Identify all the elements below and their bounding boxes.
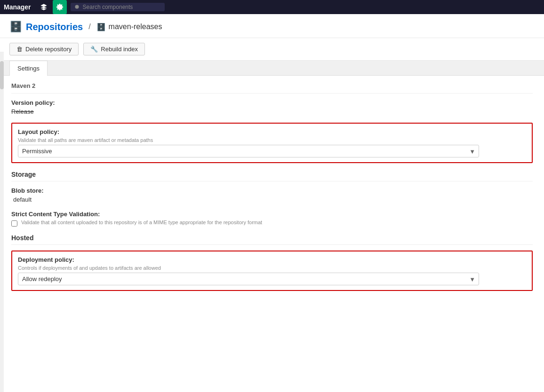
main-content: 🗄️ Repositories / 🗄️ maven-releases 🗑 De… [0, 14, 544, 392]
layout-policy-hint: Validate that all paths are maven artifa… [18, 137, 526, 143]
version-policy-group: Version policy: Release [11, 99, 533, 115]
blob-store-value: default [11, 196, 533, 203]
layout-policy-select[interactable]: Strict Permissive Disable [18, 145, 479, 157]
tabs-bar: Settings [0, 61, 544, 76]
deployment-policy-select-wrapper: Allow redeploy Disable redeploy Read-onl… [18, 273, 479, 285]
deployment-policy-select[interactable]: Allow redeploy Disable redeploy Read-onl… [18, 273, 479, 285]
layout-policy-box: Layout policy: Validate that all paths a… [11, 123, 533, 163]
search-bar[interactable] [71, 3, 165, 11]
layout-policy-label: Layout policy: [18, 128, 526, 135]
action-bar: 🗑 Delete repository 🔧 Rebuild index [0, 38, 544, 61]
brand-name: Manager [4, 3, 31, 11]
settings-content: Maven 2 Version policy: Release Layout p… [0, 76, 544, 310]
delete-repository-button[interactable]: 🗑 Delete repository [9, 43, 79, 55]
strict-content-hint: Validate that all content uploaded to th… [21, 220, 262, 225]
deployment-policy-hint: Controls if deployments of and updates t… [18, 265, 526, 271]
package-icon [40, 3, 48, 11]
page-header: 🗄️ Repositories / 🗄️ maven-releases [0, 14, 544, 38]
search-input[interactable] [83, 4, 158, 10]
wrench-icon: 🔧 [90, 46, 98, 53]
strict-content-label: Strict Content Type Validation: [11, 211, 533, 218]
deployment-policy-box: Deployment policy: Controls if deploymen… [11, 251, 533, 291]
gear-icon [56, 3, 64, 11]
deployment-policy-label: Deployment policy: [18, 256, 526, 263]
rebuild-btn-label: Rebuild index [101, 46, 138, 53]
strict-content-group: Strict Content Type Validation: Validate… [11, 211, 533, 227]
top-navigation: Manager [0, 0, 544, 14]
left-scrollbar[interactable] [0, 52, 4, 392]
repositories-icon: 🗄️ [9, 21, 22, 33]
breadcrumb-sub: 🗄️ maven-releases [96, 23, 162, 31]
strict-content-checkbox[interactable] [11, 220, 17, 227]
strict-content-checkbox-row: Validate that all content uploaded to th… [11, 220, 533, 227]
hosted-section-title: Hosted [11, 234, 533, 245]
settings-tab-label: Settings [17, 65, 40, 72]
blob-store-group: Blob store: default [11, 187, 533, 203]
tab-settings[interactable]: Settings [9, 61, 48, 76]
search-icon [74, 4, 80, 10]
delete-btn-label: Delete repository [25, 46, 72, 53]
breadcrumb-separator: / [88, 23, 90, 31]
layout-policy-select-wrapper: Strict Permissive Disable ▼ [18, 145, 479, 157]
settings-icon-btn[interactable] [53, 0, 67, 14]
maven-icon: 🗄️ [96, 23, 106, 31]
breadcrumb-current: maven-releases [109, 23, 162, 31]
scrollbar-thumb [0, 61, 4, 89]
trash-icon: 🗑 [16, 46, 23, 53]
hosted-section: Hosted Deployment policy: Controls if de… [11, 234, 533, 291]
packages-icon-btn[interactable] [37, 0, 51, 14]
maven2-section-header: Maven 2 [11, 76, 533, 94]
storage-section: Storage Blob store: default Strict Conte… [11, 171, 533, 227]
svg-point-0 [75, 5, 79, 9]
version-policy-value: Release [11, 108, 533, 115]
version-policy-label: Version policy: [11, 99, 533, 106]
blob-store-label: Blob store: [11, 187, 533, 194]
storage-section-title: Storage [11, 171, 533, 181]
page-title: Repositories [26, 22, 83, 32]
rebuild-index-button[interactable]: 🔧 Rebuild index [83, 43, 145, 55]
